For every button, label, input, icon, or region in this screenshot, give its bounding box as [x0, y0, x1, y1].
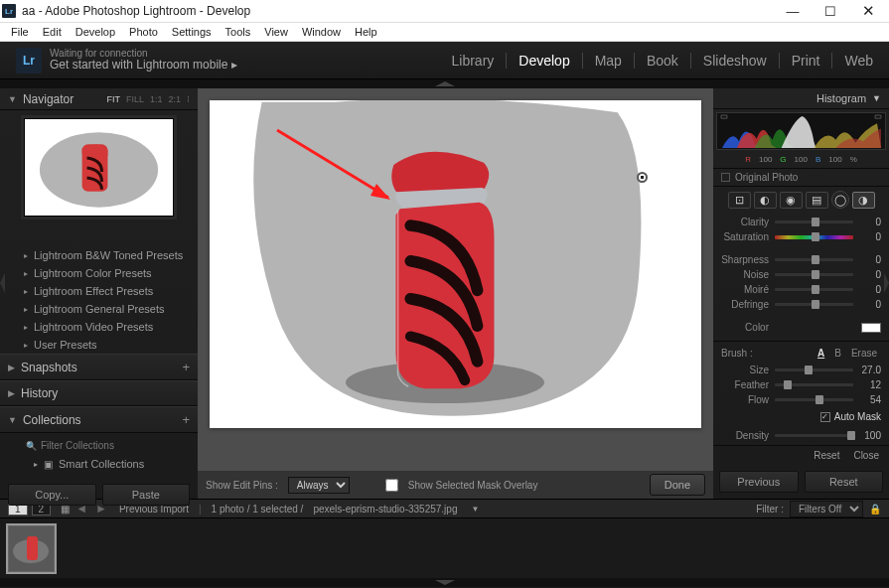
- sharpness-slider[interactable]: Sharpness 0: [721, 252, 881, 267]
- left-panel: ▼ Navigator FIT FILL 1:1 2:1 ⁞: [0, 88, 198, 499]
- filter-collections-input[interactable]: 🔍 Filter Collections: [26, 437, 190, 454]
- preset-user[interactable]: User Presets: [0, 336, 198, 354]
- radial-tool-icon[interactable]: ◯: [831, 191, 849, 209]
- menu-window[interactable]: Window: [295, 24, 348, 40]
- mobile-link[interactable]: Get started with Lightroom mobile ▸: [50, 59, 237, 72]
- smart-collections[interactable]: ▸ ▣ Smart Collections: [26, 454, 190, 474]
- paste-button[interactable]: Paste: [102, 484, 191, 506]
- module-print[interactable]: Print: [780, 53, 833, 69]
- zoom-fit[interactable]: FIT: [106, 94, 120, 104]
- collapse-icon: ▼: [8, 415, 17, 425]
- menu-develop[interactable]: Develop: [69, 24, 122, 40]
- photo-count: 1 photo / 1 selected /: [212, 504, 304, 514]
- expand-icon: ▶: [8, 388, 15, 398]
- saturation-slider[interactable]: Saturation 0: [721, 229, 881, 244]
- preset-color[interactable]: Lightroom Color Presets: [0, 264, 198, 282]
- brush-size-slider[interactable]: Size 27.0: [721, 363, 881, 377]
- navigator-header[interactable]: ▼ Navigator FIT FILL 1:1 2:1 ⁞: [0, 88, 198, 110]
- filmstrip-thumbnail[interactable]: [8, 525, 55, 572]
- collection-stack-icon: ▣: [44, 459, 53, 470]
- filmstrip[interactable]: [0, 518, 889, 578]
- preset-effect[interactable]: Lightroom Effect Presets: [0, 282, 198, 300]
- color-swatch[interactable]: [861, 323, 881, 333]
- spot-tool-icon[interactable]: ◐: [754, 192, 777, 209]
- brush-flow-slider[interactable]: Flow 54: [721, 392, 881, 407]
- menu-file[interactable]: File: [4, 24, 36, 40]
- done-button[interactable]: Done: [650, 474, 705, 496]
- breadcrumb-dropdown-icon[interactable]: ▼: [471, 505, 479, 514]
- menu-view[interactable]: View: [257, 24, 295, 40]
- menu-photo[interactable]: Photo: [122, 24, 165, 40]
- navigator-thumbnail[interactable]: [24, 118, 174, 217]
- original-photo-row[interactable]: Original Photo: [713, 168, 889, 187]
- brush-a[interactable]: A: [817, 348, 824, 359]
- menu-help[interactable]: Help: [348, 24, 384, 40]
- adjustment-pin[interactable]: [637, 172, 648, 183]
- brush-close-link[interactable]: Close: [849, 450, 883, 461]
- crop-tool-icon[interactable]: ⊡: [728, 192, 751, 209]
- right-panel: Histogram ▼ R100 G100 B100: [713, 88, 889, 499]
- brush-erase[interactable]: Erase: [851, 348, 877, 359]
- reset-button[interactable]: Reset: [805, 471, 884, 493]
- zoom-2-1[interactable]: 2:1: [168, 94, 181, 104]
- module-develop[interactable]: Develop: [507, 53, 582, 69]
- defringe-slider[interactable]: Defringe 0: [721, 297, 881, 312]
- brush-reset-link[interactable]: Reset: [810, 450, 843, 461]
- mask-overlay-checkbox[interactable]: [385, 479, 398, 492]
- maximize-button[interactable]: ☐: [812, 0, 849, 22]
- edit-pins-select[interactable]: Always: [288, 477, 350, 494]
- collapse-icon: ▼: [872, 93, 881, 103]
- moire-slider[interactable]: Moiré 0: [721, 282, 881, 297]
- mask-overlay-label: Show Selected Mask Overlay: [408, 480, 538, 491]
- window-title: aa - Adobe Photoshop Lightroom - Develop: [22, 4, 250, 18]
- module-book[interactable]: Book: [635, 53, 691, 69]
- module-web[interactable]: Web: [832, 53, 873, 69]
- right-panel-toggle[interactable]: [884, 273, 889, 293]
- close-button[interactable]: ✕: [849, 0, 887, 22]
- filter-select[interactable]: Filters Off: [790, 501, 863, 517]
- color-picker-row[interactable]: Color: [721, 320, 881, 335]
- zoom-dropdown-icon[interactable]: ⁞: [187, 94, 190, 104]
- top-panel-toggle[interactable]: [0, 79, 889, 88]
- graduated-tool-icon[interactable]: ▤: [806, 192, 828, 209]
- menu-settings[interactable]: Settings: [165, 24, 219, 40]
- image-preview[interactable]: [210, 100, 701, 428]
- preview-toolbar: Show Edit Pins : Always Show Selected Ma…: [198, 471, 713, 499]
- preset-bw-toned[interactable]: Lightroom B&W Toned Presets: [0, 246, 198, 264]
- module-library[interactable]: Library: [440, 53, 508, 69]
- collections-section[interactable]: ▼ Collections +: [0, 406, 198, 433]
- filter-label: Filter :: [756, 504, 784, 514]
- history-section[interactable]: ▶ History: [0, 380, 198, 406]
- brush-b[interactable]: B: [834, 348, 841, 359]
- redeye-tool-icon[interactable]: ◉: [780, 192, 803, 209]
- preset-list: Lightroom B&W Toned Presets Lightroom Co…: [0, 246, 198, 354]
- module-slideshow[interactable]: Slideshow: [691, 53, 780, 69]
- menu-tools[interactable]: Tools: [219, 24, 258, 40]
- zoom-fill[interactable]: FILL: [126, 94, 144, 104]
- lightroom-logo-icon: Lr: [16, 48, 42, 74]
- module-map[interactable]: Map: [583, 53, 635, 69]
- histogram-chart[interactable]: [716, 112, 886, 150]
- left-panel-toggle[interactable]: [0, 273, 5, 293]
- preset-general[interactable]: Lightroom General Presets: [0, 300, 198, 318]
- clarity-slider[interactable]: Clarity 0: [721, 215, 881, 229]
- automask-checkbox[interactable]: ✓ Auto Mask: [713, 409, 889, 426]
- window-titlebar: Lr aa - Adobe Photoshop Lightroom - Deve…: [0, 0, 889, 23]
- menu-edit[interactable]: Edit: [36, 24, 69, 40]
- minimize-button[interactable]: —: [774, 0, 812, 22]
- brush-label: Brush :: [721, 348, 753, 359]
- snapshots-section[interactable]: ▶ Snapshots +: [0, 354, 198, 380]
- brush-feather-slider[interactable]: Feather 12: [721, 377, 881, 392]
- brush-tool-icon[interactable]: ◑: [852, 192, 875, 209]
- filter-lock-icon[interactable]: 🔒: [869, 504, 881, 514]
- preset-video[interactable]: Lightroom Video Presets: [0, 318, 198, 336]
- zoom-1-1[interactable]: 1:1: [150, 94, 163, 104]
- previous-button[interactable]: Previous: [719, 471, 799, 493]
- add-collection-button[interactable]: +: [182, 412, 190, 427]
- brush-density-slider[interactable]: Density 100: [721, 428, 881, 443]
- copy-button[interactable]: Copy...: [8, 484, 96, 506]
- noise-slider[interactable]: Noise 0: [721, 267, 881, 282]
- bottom-panel-toggle[interactable]: [0, 578, 889, 587]
- add-snapshot-button[interactable]: +: [182, 360, 190, 374]
- histogram-header[interactable]: Histogram ▼: [713, 88, 889, 109]
